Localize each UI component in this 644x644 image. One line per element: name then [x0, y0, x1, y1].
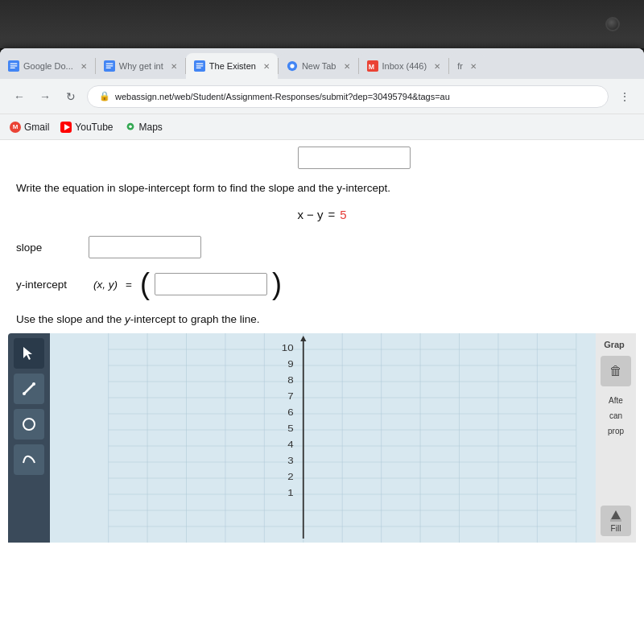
equation-left: x − y: [297, 208, 323, 221]
tab-close-newtab[interactable]: ✕: [344, 62, 350, 71]
address-input[interactable]: 🔒 webassign.net/web/Student/Assignment-R…: [87, 85, 609, 108]
after-text: Afte: [609, 396, 623, 405]
svg-rect-5: [105, 64, 113, 64]
circle-tool[interactable]: [14, 409, 44, 440]
extensions-button[interactable]: ⋮: [615, 87, 634, 106]
graph-instruction-italic: y: [125, 313, 130, 325]
yintercept-row: y-intercept (x, y) = ( ): [0, 266, 644, 302]
svg-rect-3: [10, 68, 15, 68]
tab-newtab[interactable]: New Tab ✕: [279, 53, 358, 79]
equals-sign: =: [126, 279, 132, 291]
equation-operator: =: [328, 208, 336, 221]
svg-text:3: 3: [287, 456, 294, 466]
tab-gdocs-label: Google Do...: [23, 61, 73, 71]
address-text: webassign.net/web/Student/Assignment-Res…: [115, 92, 450, 101]
youtube-icon: [60, 122, 72, 133]
bookmark-gmail[interactable]: M Gmail: [10, 122, 49, 133]
svg-rect-7: [105, 68, 110, 68]
yintercept-label-text: y-intercept: [16, 279, 67, 291]
tab-newtab-label: New Tab: [302, 61, 336, 71]
tab-close-inbox[interactable]: ✕: [434, 62, 440, 71]
tab-fr[interactable]: fr ✕: [449, 53, 485, 79]
tab-why[interactable]: Why get int ✕: [96, 53, 185, 79]
graph-canvas[interactable]: 10 9 8 7 6 5 4 3 2 1: [50, 333, 596, 543]
svg-rect-10: [196, 65, 203, 66]
maps-icon: [125, 122, 136, 133]
reload-button[interactable]: ↻: [61, 87, 80, 106]
equation-display: x − y = 5: [0, 208, 644, 221]
line-tool[interactable]: [14, 374, 44, 404]
yintercept-label: y-intercept: [16, 279, 89, 291]
question-section: Write the equation in slope-intercept fo…: [0, 172, 644, 203]
top-input-box[interactable]: [298, 147, 411, 169]
svg-text:1: 1: [287, 488, 294, 498]
svg-rect-9: [196, 64, 203, 64]
svg-rect-1: [10, 64, 18, 64]
close-paren: ): [272, 270, 282, 299]
back-button[interactable]: ←: [10, 87, 29, 106]
graph-right-label: Grap: [604, 340, 628, 349]
bookmarks-bar: M Gmail YouTube Maps: [0, 114, 644, 140]
bookmark-maps[interactable]: Maps: [125, 122, 163, 133]
gmail-icon: M: [10, 122, 21, 133]
tool-panel: [8, 333, 50, 543]
line-icon: [21, 381, 37, 397]
fill-button[interactable]: Fill: [601, 506, 631, 536]
forward-button[interactable]: →: [35, 87, 55, 106]
svg-rect-11: [196, 68, 200, 68]
open-paren: (: [140, 270, 150, 299]
tab-gdocs[interactable]: Google Do... ✕: [0, 53, 95, 79]
svg-rect-2: [10, 65, 18, 66]
svg-text:9: 9: [287, 359, 294, 369]
bookmark-youtube[interactable]: YouTube: [60, 122, 113, 133]
gmail-tab-icon: M: [367, 60, 378, 72]
can-text: can: [609, 411, 622, 420]
graph-svg: 10 9 8 7 6 5 4 3 2 1: [50, 333, 596, 543]
bookmark-maps-label: Maps: [139, 122, 163, 133]
trash-button[interactable]: 🗑: [601, 356, 631, 386]
tab-close-gdocs[interactable]: ✕: [80, 62, 87, 71]
instruction-text: Write the equation in slope-intercept fo…: [16, 182, 390, 194]
tab-close-fr[interactable]: ✕: [470, 62, 477, 71]
tab-existen[interactable]: The Existen ✕: [186, 53, 278, 79]
tab-bar: Google Do... ✕ Why get int ✕ The Existen…: [0, 48, 644, 79]
svg-rect-62: [610, 519, 621, 522]
svg-line-20: [24, 384, 34, 394]
prop-text: prop: [608, 427, 624, 436]
chrome-icon: [287, 60, 298, 72]
slope-label: slope: [16, 242, 80, 254]
svg-point-17: [129, 125, 132, 128]
tab-inbox[interactable]: M Inbox (446) ✕: [359, 53, 449, 79]
svg-rect-24: [50, 333, 596, 543]
svg-text:2: 2: [287, 472, 294, 482]
tab-close-why[interactable]: ✕: [171, 62, 177, 71]
svg-marker-19: [23, 347, 32, 360]
cursor-tool[interactable]: [14, 338, 44, 369]
svg-text:10: 10: [282, 343, 294, 353]
tab-close-existen[interactable]: ✕: [263, 62, 270, 71]
svg-text:6: 6: [287, 407, 294, 418]
gdocs-icon-3: [194, 60, 205, 72]
curve-icon: [21, 452, 37, 468]
svg-text:7: 7: [287, 391, 294, 402]
svg-point-22: [32, 382, 35, 386]
curve-tool[interactable]: [14, 444, 44, 475]
circle-icon: [21, 416, 37, 432]
gdocs-icon-2: [104, 60, 115, 72]
svg-text:5: 5: [287, 423, 294, 434]
gdocs-icon: [8, 60, 19, 72]
svg-text:M: M: [368, 63, 374, 71]
graph-instruction-end: -intercept to graph the line.: [130, 313, 260, 325]
svg-point-13: [290, 64, 294, 68]
svg-point-21: [23, 392, 26, 395]
yintercept-input[interactable]: [155, 273, 267, 295]
tab-existen-label: The Existen: [209, 61, 256, 71]
tab-why-label: Why get int: [119, 61, 163, 71]
slope-input[interactable]: [89, 236, 201, 258]
svg-text:4: 4: [287, 440, 294, 450]
graph-instruction: Use the slope and the y-intercept to gra…: [0, 312, 644, 332]
tab-inbox-label: Inbox (446): [382, 61, 427, 71]
device-bezel: [0, 0, 644, 48]
address-bar-row: ← → ↻ 🔒 webassign.net/web/Student/Assign…: [0, 79, 644, 114]
bookmark-gmail-label: Gmail: [24, 122, 49, 133]
